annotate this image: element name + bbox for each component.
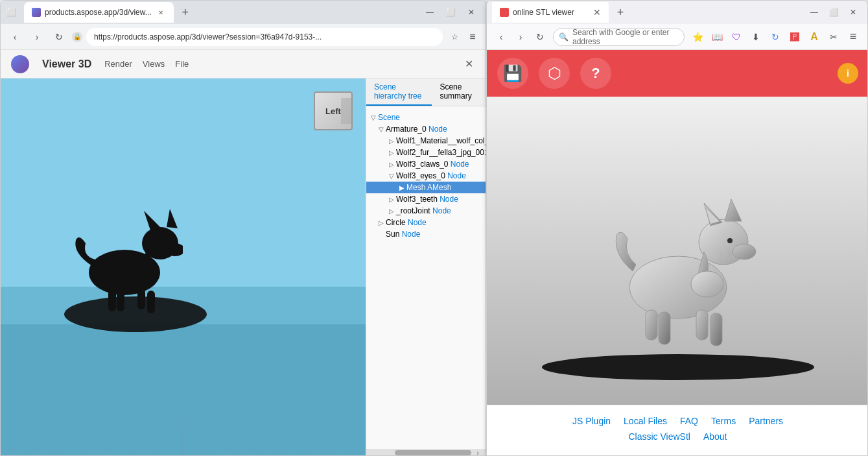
right-tab-close[interactable]: ✕ xyxy=(593,7,601,18)
footer-link-jsplugin[interactable]: JS Plugin xyxy=(572,416,611,426)
scene-hierarchy-tab[interactable]: Scene hierarchy tree xyxy=(366,78,432,106)
wolf-silhouette-svg xyxy=(66,188,183,318)
tree-item-rootjoint[interactable]: ▷ _rootJoint Node xyxy=(366,205,486,217)
stl-info-btn[interactable]: i xyxy=(838,63,858,84)
footer-link-localfiles[interactable]: Local Files xyxy=(624,416,667,426)
right-toolbar-icons: ⭐ 📖 🛡 ⬇ ↻ 🅿 A ✂ ≡ xyxy=(688,28,862,46)
right-active-tab[interactable]: online STL viewer ✕ xyxy=(492,2,609,23)
viewer3d-close-btn[interactable]: ✕ xyxy=(461,56,476,72)
ff-icon-amazon[interactable]: A xyxy=(805,28,823,46)
menu-file[interactable]: File xyxy=(175,59,189,69)
left-new-tab-btn[interactable]: + xyxy=(176,3,194,21)
right-maximize[interactable]: ⬜ xyxy=(825,3,843,21)
help-icon: ? xyxy=(591,65,600,82)
refresh-btn[interactable]: ↻ xyxy=(50,28,68,46)
svg-rect-7 xyxy=(108,289,116,311)
tree-item-wolf2[interactable]: ▷ Wolf2_fur__fella3_jpg_001_0... xyxy=(366,147,486,158)
ff-icon-bookmark[interactable]: ⭐ xyxy=(688,28,707,46)
tree-item-sun[interactable]: Sun Node xyxy=(366,228,486,240)
tree-expand-sun xyxy=(377,230,386,239)
viewer3d-logo xyxy=(11,55,29,73)
stl-save-btn[interactable]: 💾 xyxy=(497,58,528,89)
scene-tree: ▽ Scene ▽ Armature_0 Node ▷ Wolf1_Materi… xyxy=(366,106,486,449)
ff-icon-download[interactable]: ⬇ xyxy=(747,28,765,46)
ff-icon-menu[interactable]: ≡ xyxy=(844,28,862,46)
maximize-btn[interactable]: ⬜ xyxy=(441,3,460,21)
tree-item-mesh[interactable]: ▶ Mesh AMesh xyxy=(366,182,486,193)
minimize-btn[interactable]: — xyxy=(421,3,439,21)
stl-cube-btn[interactable]: ⬡ xyxy=(539,58,570,89)
left-tab-favicon xyxy=(32,8,41,17)
tree-label-circle: Circle Node xyxy=(386,218,427,227)
right-new-tab-btn[interactable]: + xyxy=(611,3,629,21)
bookmark-icon[interactable]: ☆ xyxy=(447,29,462,45)
right-address-bar: ‹ › ↻ 🔍 Search with Google or enter addr… xyxy=(487,24,867,50)
tree-item-wolf3claws[interactable]: ▷ Wolf3_claws_0 Node xyxy=(366,158,486,170)
left-tab-close[interactable]: ✕ xyxy=(156,7,166,18)
right-back-btn[interactable]: ‹ xyxy=(492,28,510,46)
tree-expand-wolf3teeth: ▷ xyxy=(387,195,396,204)
ff-icon-reader[interactable]: 📖 xyxy=(708,28,726,46)
security-icon: 🔒 xyxy=(72,32,82,42)
canvas-area[interactable]: Left xyxy=(1,78,366,456)
menu-icon[interactable]: ≡ xyxy=(465,29,480,45)
footer-link-classic[interactable]: Classic ViewStl xyxy=(628,431,690,442)
right-minimize[interactable]: — xyxy=(805,3,823,21)
tree-item-armature[interactable]: ▽ Armature_0 Node xyxy=(366,123,486,135)
right-search-container[interactable]: 🔍 Search with Google or enter address xyxy=(553,28,685,46)
scrollbar-thumb[interactable] xyxy=(395,450,472,455)
tree-expand-scene: ▽ xyxy=(369,113,378,122)
scene-summary-tab[interactable]: Scene summary xyxy=(432,78,486,106)
orientation-cube[interactable]: Left xyxy=(314,91,353,130)
ff-icon-pocket[interactable]: 🅿 xyxy=(786,28,804,46)
stl-help-btn[interactable]: ? xyxy=(580,58,611,89)
scene-scrollbar[interactable]: › xyxy=(366,449,486,456)
footer-link-faq[interactable]: FAQ xyxy=(680,416,698,426)
svg-marker-13 xyxy=(725,199,742,221)
svg-rect-17 xyxy=(659,312,670,344)
svg-point-11 xyxy=(733,244,756,259)
stl-canvas[interactable] xyxy=(487,97,868,405)
footer-links-row2: Classic ViewStl About xyxy=(497,431,858,442)
svg-rect-6 xyxy=(137,289,145,309)
close-btn[interactable]: ✕ xyxy=(462,3,480,21)
footer-link-terms[interactable]: Terms xyxy=(711,416,736,426)
menu-render[interactable]: Render xyxy=(104,59,132,69)
right-refresh-btn[interactable]: ↻ xyxy=(531,28,549,46)
svg-marker-4 xyxy=(167,209,178,228)
tree-item-scene[interactable]: ▽ Scene xyxy=(366,112,486,123)
right-tab-favicon xyxy=(500,8,509,17)
tree-label-wolf2: Wolf2_fur__fella3_jpg_001_0... xyxy=(396,148,486,157)
right-forward-btn[interactable]: › xyxy=(511,28,530,46)
footer-links-row1: JS Plugin Local Files FAQ Terms Partners xyxy=(497,411,858,431)
tree-item-wolf1[interactable]: ▷ Wolf1_Material__wolf_col_tg... xyxy=(366,135,486,147)
ff-icon-container[interactable]: 🛡 xyxy=(727,28,745,46)
left-window-controls: ⬜ xyxy=(6,7,16,18)
right-close[interactable]: ✕ xyxy=(844,3,862,21)
tree-expand-wolf3claws: ▷ xyxy=(387,160,396,169)
tree-label-wolf1: Wolf1_Material__wolf_col_tg... xyxy=(396,136,486,145)
svg-rect-5 xyxy=(147,291,155,313)
ff-icon-sync[interactable]: ↻ xyxy=(766,28,784,46)
tree-label-mesh: Mesh AMesh xyxy=(406,183,451,192)
tree-item-wolf3eyes[interactable]: ▽ Wolf3_eyes_0 Node xyxy=(366,170,486,182)
forward-btn[interactable]: › xyxy=(28,28,46,46)
tree-label-rootjoint: _rootJoint Node xyxy=(396,206,451,215)
left-tab-title: products.aspose.app/3d/view... xyxy=(45,8,152,17)
right-tab-bar: online STL viewer ✕ + — ⬜ ✕ xyxy=(487,1,867,24)
left-address-bar: ‹ › ↻ 🔒 ☆ ≡ xyxy=(1,24,486,50)
menu-views[interactable]: Views xyxy=(143,59,165,69)
canvas-background: Left xyxy=(1,78,366,456)
left-browser: ⬜ products.aspose.app/3d/view... ✕ + — ⬜… xyxy=(0,0,486,456)
left-active-tab[interactable]: products.aspose.app/3d/view... ✕ xyxy=(24,2,174,23)
left-tab-bar: ⬜ products.aspose.app/3d/view... ✕ + — ⬜… xyxy=(1,1,486,24)
footer-link-about[interactable]: About xyxy=(703,431,727,442)
cube-icon: ⬡ xyxy=(548,64,561,82)
tree-item-wolf3teeth[interactable]: ▷ Wolf3_teeth Node xyxy=(366,193,486,205)
back-btn[interactable]: ‹ xyxy=(6,28,24,46)
left-url-input[interactable] xyxy=(86,28,443,46)
ff-icon-screenshots[interactable]: ✂ xyxy=(825,28,843,46)
wolf-model-right xyxy=(581,171,775,368)
tree-item-circle[interactable]: ▷ Circle Node xyxy=(366,217,486,228)
footer-link-partners[interactable]: Partners xyxy=(749,416,783,426)
